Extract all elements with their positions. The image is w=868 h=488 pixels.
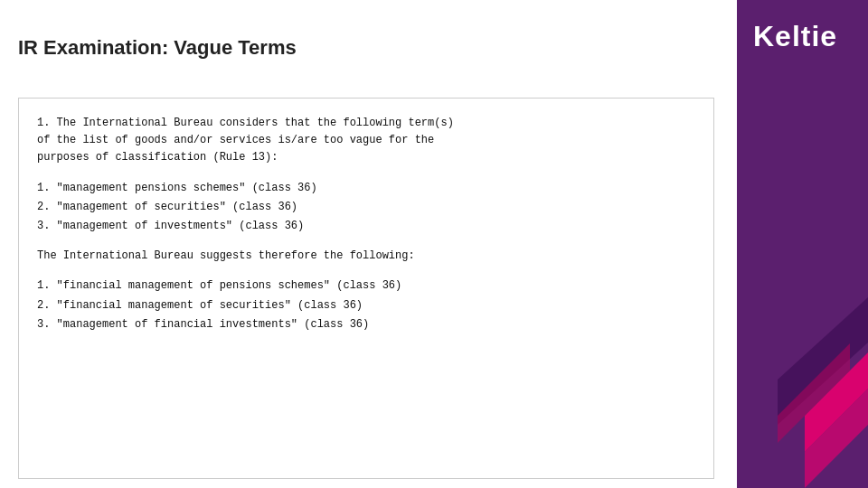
vague-item-3: 3. "management of investments" (class 36…	[37, 218, 695, 235]
keltie-chevrons-icon	[737, 199, 868, 488]
keltie-sidebar: Keltie	[737, 0, 868, 488]
vague-item-1: 1. "management pensions schemes" (class …	[37, 180, 695, 197]
suggestion-intro: The International Bureau suggests theref…	[37, 248, 695, 265]
page-title: IR Examination: Vague Terms	[18, 36, 297, 60]
suggested-item-1: 1. "financial management of pensions sch…	[37, 277, 695, 295]
intro-paragraph: 1. The International Bureau considers th…	[37, 115, 695, 167]
suggested-item-2: 2. "financial management of securities" …	[37, 297, 695, 314]
suggested-item-3: 3. "management of financial investments"…	[37, 316, 695, 333]
document-box: 1. The International Bureau considers th…	[18, 98, 714, 479]
vague-item-2: 2. "management of securities" (class 36)	[37, 199, 695, 216]
keltie-logo: Keltie	[753, 20, 837, 53]
vague-terms-list: 1. "management pensions schemes" (class …	[37, 180, 695, 236]
suggested-terms-list: 1. "financial management of pensions sch…	[37, 277, 695, 333]
